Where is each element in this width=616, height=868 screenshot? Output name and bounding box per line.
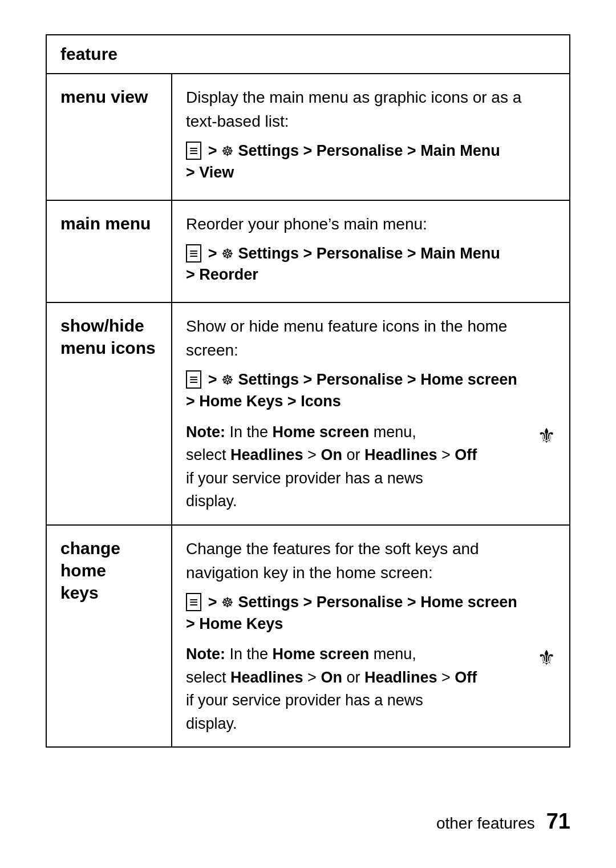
nav-bold-homescreen: Home screen <box>420 371 517 388</box>
note-headlines2: Headlines <box>364 669 437 686</box>
table-row: menu view Display the main menu as graph… <box>46 74 570 200</box>
desc-cell-main-menu: Reorder your phone’s main menu: ≡ > ☸ Se… <box>172 200 570 303</box>
note-block: ⚜ Note: In the Home screen menu, select … <box>186 643 556 735</box>
nav-bold-personalise: Personalise <box>317 371 403 388</box>
footer-page-number: 71 <box>546 809 570 834</box>
desc-cell-showhide: Show or hide menu feature icons in the h… <box>172 302 570 525</box>
page-container: feature menu view Display the main menu … <box>0 0 616 793</box>
feature-cell-showhide: show/hidemenu icons <box>46 302 172 525</box>
note-block: ⚜ Note: In the Home screen menu, select … <box>186 421 556 513</box>
table-header-row: feature <box>46 35 570 74</box>
note-icon: ⚜ <box>537 643 556 673</box>
feature-label: change homekeys <box>60 539 120 602</box>
nav-bold-homescreen: Home screen <box>420 594 517 611</box>
nav-bold-personalise: Personalise <box>317 245 403 262</box>
feature-label: menu view <box>60 87 148 106</box>
nav-path: ≡ > ☸ Settings > Personalise > Home scre… <box>186 369 556 413</box>
note-off: Off <box>455 446 477 463</box>
nav-bold-reorder: Reorder <box>199 266 258 283</box>
note-on: On <box>321 446 342 463</box>
menu-icon: ≡ <box>186 244 201 263</box>
note-headlines1: Headlines <box>230 669 303 686</box>
feature-label: main menu <box>60 214 151 233</box>
description-text: Change the features for the soft keys an… <box>186 540 479 582</box>
main-table: feature menu view Display the main menu … <box>46 34 570 748</box>
note-homescreen: Home screen <box>273 645 370 663</box>
note-label: Note: <box>186 423 225 441</box>
feature-cell-changehomekeys: change homekeys <box>46 525 172 748</box>
feature-label: show/hidemenu icons <box>60 316 156 357</box>
menu-icon: ≡ <box>186 593 201 611</box>
footer-label: other features <box>436 814 535 833</box>
nav-bold-homekeys: Home Keys <box>199 615 283 632</box>
desc-cell-changehomekeys: Change the features for the soft keys an… <box>172 525 570 748</box>
nav-bold-settings: Settings <box>238 371 299 388</box>
description-text: Reorder your phone’s main menu: <box>186 215 427 233</box>
note-homescreen: Home screen <box>273 423 370 441</box>
menu-icon: ≡ <box>186 142 201 160</box>
nav-bold-settings: Settings <box>238 245 299 262</box>
nav-bold-mainmenu: Main Menu <box>420 142 500 159</box>
table-row: change homekeys Change the features for … <box>46 525 570 748</box>
note-text: Note: In the Home screen menu, select He… <box>186 421 556 513</box>
nav-bold-homekeys: Home Keys <box>199 393 283 410</box>
description-text: Show or hide menu feature icons in the h… <box>186 317 507 359</box>
note-text: Note: In the Home screen menu, select He… <box>186 643 556 735</box>
note-off: Off <box>455 669 477 686</box>
nav-bold-view: View <box>199 164 234 181</box>
note-label: Note: <box>186 645 225 663</box>
table-row: show/hidemenu icons Show or hide menu fe… <box>46 302 570 525</box>
note-icon: ⚜ <box>537 421 556 451</box>
header-cell: feature <box>46 35 570 74</box>
note-on: On <box>321 669 342 686</box>
nav-path: ≡ > ☸ Settings > Personalise > Main Menu… <box>186 243 556 286</box>
feature-cell-menu-view: menu view <box>46 74 172 200</box>
nav-bold-personalise: Personalise <box>317 142 403 159</box>
description-text: Display the main menu as graphic icons o… <box>186 88 521 130</box>
nav-bold-icons: Icons <box>301 393 341 410</box>
header-feature-label: feature <box>60 45 117 63</box>
settings-icon: ☸ <box>221 142 234 161</box>
feature-cell-main-menu: main menu <box>46 200 172 303</box>
note-headlines2: Headlines <box>364 446 437 463</box>
page-footer: other features 71 <box>436 809 570 834</box>
note-headlines1: Headlines <box>230 446 303 463</box>
settings-icon: ☸ <box>221 593 234 612</box>
nav-bold-personalise: Personalise <box>317 594 403 611</box>
settings-icon: ☸ <box>221 244 234 264</box>
nav-path: ≡ > ☸ Settings > Personalise > Home scre… <box>186 592 556 635</box>
nav-bold-settings: Settings <box>238 594 299 611</box>
nav-bold-settings: Settings <box>238 142 299 159</box>
menu-icon: ≡ <box>186 370 201 389</box>
desc-cell-menu-view: Display the main menu as graphic icons o… <box>172 74 570 200</box>
nav-bold-mainmenu: Main Menu <box>420 245 500 262</box>
nav-path: ≡ > ☸ Settings > Personalise > Main Menu… <box>186 140 556 184</box>
settings-icon: ☸ <box>221 370 234 390</box>
table-row: main menu Reorder your phone’s main menu… <box>46 200 570 303</box>
